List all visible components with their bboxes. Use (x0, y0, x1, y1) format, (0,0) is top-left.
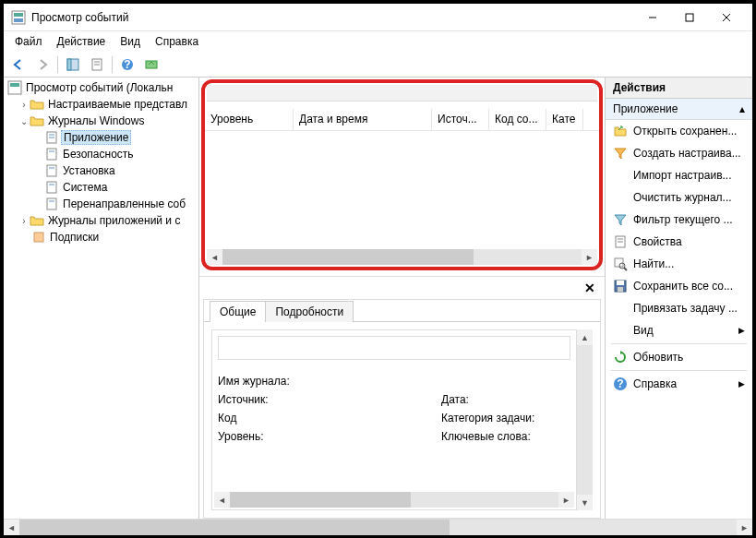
scroll-right-icon[interactable]: ► (737, 520, 752, 535)
col-level[interactable]: Уровень (205, 109, 294, 130)
forward-button[interactable] (31, 54, 54, 75)
label-level: Уровень: (218, 430, 329, 443)
menu-action[interactable]: Действие (50, 33, 114, 50)
scroll-up-icon[interactable]: ▲ (577, 329, 593, 345)
svg-line-34 (624, 268, 627, 270)
close-button[interactable] (708, 5, 745, 30)
action-item[interactable]: Обновить (606, 346, 752, 368)
collapse-icon[interactable]: ⌄ (18, 116, 30, 126)
blank-icon (613, 323, 628, 338)
tree-windows-logs[interactable]: ⌄ Журналы Windows (6, 113, 197, 129)
details-vscroll[interactable]: ▲ ▼ (577, 329, 593, 510)
tab-general[interactable]: Общие (210, 301, 266, 322)
help-button[interactable]: ? (116, 54, 138, 75)
expand-icon[interactable]: › (18, 216, 30, 226)
col-category[interactable]: Кате (546, 109, 583, 130)
svg-rect-1 (14, 13, 23, 17)
tree-application[interactable]: Приложение (6, 129, 197, 146)
svg-rect-20 (47, 149, 56, 160)
tree-forwarded[interactable]: Перенаправленные соб (6, 196, 197, 212)
save-icon (613, 279, 628, 293)
back-button[interactable] (7, 54, 30, 75)
svg-rect-2 (14, 18, 23, 22)
menubar: Файл Действие Вид Справка (4, 31, 752, 52)
menu-file[interactable]: Файл (7, 33, 50, 50)
action-item[interactable]: Фильтр текущего ... (606, 209, 752, 231)
action-label: Открыть сохранен... (633, 125, 737, 137)
maximize-button[interactable] (671, 5, 708, 30)
minimize-button[interactable] (634, 5, 671, 30)
tree-setup[interactable]: Установка (6, 162, 197, 179)
show-pane-button[interactable] (62, 54, 84, 75)
details-panel: Общие Подробности Имя журнала: Источник:… (203, 299, 601, 519)
action-label: Создать настраива... (633, 147, 741, 160)
tree-root[interactable]: Просмотр событий (Локальн (6, 79, 197, 96)
label-source: Источник: (218, 393, 329, 406)
svg-rect-16 (10, 83, 19, 87)
action-item[interactable]: Привязать задачу ... (606, 297, 752, 319)
action-item[interactable]: Открыть сохранен... (606, 120, 752, 142)
action-label: Очистить журнал... (633, 191, 732, 204)
svg-rect-4 (686, 14, 693, 21)
action-item[interactable]: Сохранить все со... (606, 275, 752, 297)
menu-view[interactable]: Вид (113, 33, 148, 50)
col-datetime[interactable]: Дата и время (294, 109, 432, 130)
details-content: Имя журнала: Источник:Дата: КодКатегория… (211, 329, 577, 510)
label-keywords: Ключевые слова: (441, 430, 570, 443)
scroll-left-icon[interactable]: ◄ (4, 520, 19, 535)
action-label: Свойства (633, 235, 682, 248)
log-icon (44, 147, 59, 161)
tree-pane: Просмотр событий (Локальн › Настраиваемы… (4, 78, 199, 519)
events-list-panel: Уровень Дата и время Источ... Код со... … (201, 79, 603, 270)
tree-custom-views[interactable]: › Настраиваемые представл (6, 96, 197, 113)
log-icon (44, 130, 59, 145)
events-list[interactable] (205, 131, 599, 249)
svg-rect-26 (47, 198, 56, 209)
scroll-right-icon[interactable]: ► (558, 492, 574, 508)
events-hscroll[interactable]: ◄ ► (207, 249, 597, 265)
submenu-arrow-icon: ▶ (738, 326, 745, 335)
action-label: Обновить (633, 351, 683, 364)
actions-section[interactable]: Приложение ▴ (606, 99, 752, 120)
log-icon (44, 163, 59, 178)
tree-app-services[interactable]: › Журналы приложений и с (6, 212, 197, 229)
log-icon (44, 180, 59, 195)
scroll-down-icon[interactable]: ▼ (577, 495, 593, 510)
events-column-headers: Уровень Дата и время Источ... Код со... … (205, 109, 599, 131)
expand-icon[interactable]: › (18, 100, 30, 110)
svg-rect-22 (47, 165, 56, 176)
menu-help[interactable]: Справка (148, 33, 206, 50)
action-item[interactable]: Создать настраива... (606, 142, 752, 164)
action-item[interactable]: Свойства (606, 231, 752, 253)
label-logname: Имя журнала: (218, 375, 329, 388)
scroll-left-icon[interactable]: ◄ (207, 249, 222, 265)
bottom-hscroll[interactable]: ◄ ► (4, 519, 752, 534)
tab-details[interactable]: Подробности (265, 301, 354, 322)
titlebar: Просмотр событий (4, 4, 752, 31)
scroll-right-icon[interactable]: ► (582, 249, 597, 265)
details-hscroll[interactable]: ◄ ► (214, 492, 574, 508)
props-icon (613, 234, 628, 249)
event-viewer-window: Просмотр событий Файл Действие Вид Справ… (4, 4, 752, 534)
action-item[interactable]: Импорт настраив... (606, 164, 752, 186)
col-eventid[interactable]: Код со... (489, 109, 546, 130)
app-icon (11, 10, 26, 25)
properties-button[interactable] (86, 54, 108, 75)
action-item[interactable]: Найти... (606, 253, 752, 275)
find-icon (613, 257, 628, 271)
filter-icon (613, 146, 628, 161)
tree-subscriptions[interactable]: Подписки (6, 229, 197, 245)
refresh-tool-button[interactable] (140, 54, 162, 75)
window-title: Просмотр событий (31, 11, 634, 24)
scroll-left-icon[interactable]: ◄ (214, 492, 230, 508)
action-item[interactable]: ?Справка▶ (606, 373, 752, 395)
action-item[interactable]: Вид▶ (606, 319, 752, 341)
tree-security[interactable]: Безопасность (6, 146, 197, 162)
tree-system[interactable]: Система (6, 179, 197, 196)
action-item[interactable]: Очистить журнал... (606, 186, 752, 209)
close-detail-button[interactable]: ✕ (199, 276, 605, 295)
collapse-icon[interactable]: ▴ (739, 102, 745, 115)
col-source[interactable]: Источ... (432, 109, 489, 130)
action-label: Вид (633, 324, 654, 337)
action-label: Фильтр текущего ... (633, 213, 733, 226)
